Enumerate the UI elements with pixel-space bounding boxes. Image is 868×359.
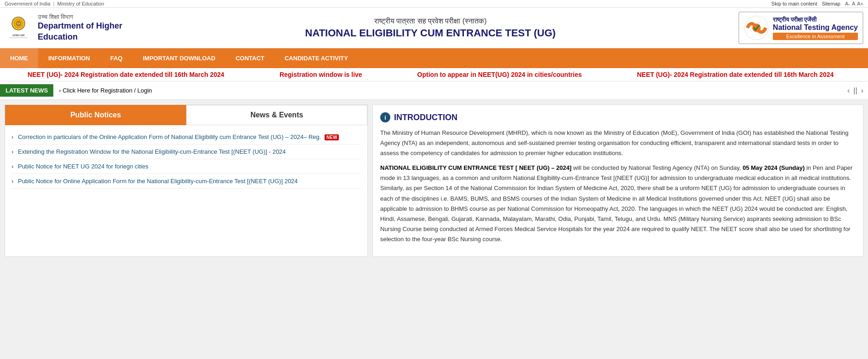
left-panel: Public Notices News & Events Correction …: [5, 104, 368, 257]
nta-logo: राष्ट्रीय परीक्षा एजेंसी National Testin…: [738, 12, 863, 44]
font-size-controls: A- A A+: [845, 1, 863, 6]
nta-logo-icon: [744, 15, 769, 41]
tab-news-events[interactable]: News & Events: [186, 105, 367, 125]
ticker-item-1-dup: NEET (UG)- 2024 Registration date extend…: [609, 71, 861, 78]
nav-important-download[interactable]: IMPORTANT DOWNLOAD: [132, 48, 225, 68]
notice-link-1[interactable]: Correction in particulars of the Online …: [18, 133, 321, 140]
intro-para1: The Ministry of Human Resource Developme…: [380, 128, 856, 158]
ticker-item-2: Registration window is live: [252, 71, 390, 78]
svg-rect-4: [9, 37, 28, 38]
main-nav: HOME INFORMATION FAQ IMPORTANT DOWNLOAD …: [0, 48, 868, 68]
nav-faq[interactable]: FAQ: [100, 48, 133, 68]
dept-name-line2: Education: [38, 32, 122, 42]
font-decrease-button[interactable]: A-: [845, 1, 850, 6]
nav-candidate-activity[interactable]: CANDIDATE ACTIVITY: [274, 48, 358, 68]
latest-news-content: › Click Here for Registration / Login: [59, 87, 847, 94]
nta-eng-text: National Testing Agency: [773, 23, 858, 32]
exam-eng-title: NATIONAL ELIGIBILITY CUM ENTRANCE TEST (…: [122, 27, 738, 39]
notices-list: Correction in particulars of the Online …: [5, 125, 367, 193]
intro-title: INTRODUCTION: [394, 113, 457, 122]
info-icon: i: [380, 112, 390, 122]
top-bar-right: Skip to main content Sitemap A- A A+: [771, 1, 863, 6]
font-increase-button[interactable]: A+: [857, 1, 863, 6]
notice-item-3: Public Notice for NEET UG 2024 for forie…: [11, 159, 361, 174]
top-bar: Government of India | Ministry of Educat…: [0, 0, 868, 8]
svg-text:सत्यमेव जयते: सत्यमेव जयते: [12, 34, 25, 37]
header-center: राष्ट्रीय पात्रता सह प्रवेश परीक्षा (स्न…: [122, 17, 738, 39]
exam-hindi-title: राष्ट्रीय पात्रता सह प्रवेश परीक्षा (स्न…: [122, 17, 738, 25]
govt-emblem-icon: 🦁 सत्यमेव जयते: [5, 14, 32, 42]
skip-to-content-link[interactable]: Skip to main content: [771, 1, 817, 6]
notice-item-4: Public Notice for Online Application For…: [11, 174, 361, 189]
nav-home[interactable]: HOME: [0, 48, 38, 68]
top-bar-left: Government of India | Ministry of Educat…: [5, 1, 104, 6]
divider: |: [53, 1, 55, 6]
ticker-bar: NEET (UG)- 2024 Registration date extend…: [0, 68, 868, 81]
nta-text-block: राष्ट्रीय परीक्षा एजेंसी National Testin…: [773, 16, 858, 40]
svg-text:🦁: 🦁: [16, 21, 22, 27]
new-badge-1: NEW: [325, 134, 339, 140]
tab-public-notices[interactable]: Public Notices: [5, 105, 186, 125]
ticker-item-3: Option to appear in NEET(UG) 2024 in cit…: [390, 71, 610, 78]
news-pause-button[interactable]: ||: [853, 87, 857, 95]
site-header: 🦁 सत्यमेव जयते उच्च शिक्षा विभाग Departm…: [0, 8, 868, 48]
latest-news-text: Click Here for Registration / Login: [63, 87, 152, 94]
nav-information[interactable]: INFORMATION: [38, 48, 100, 68]
ticker-content: NEET (UG)- 2024 Registration date extend…: [0, 71, 868, 78]
intro-date-highlight: 05 May 2024 (Sunday): [742, 164, 805, 171]
latest-news-link[interactable]: › Click Here for Registration / Login: [59, 87, 152, 94]
dept-name-line1: Department of Higher: [38, 21, 122, 31]
notice-link-2[interactable]: Extending the Registration Window for th…: [18, 148, 286, 155]
sitemap-link[interactable]: Sitemap: [822, 1, 840, 6]
header-title-block: उच्च शिक्षा विभाग Department of Higher E…: [38, 13, 122, 42]
latest-news-label: LATEST NEWS: [0, 84, 53, 97]
intro-body: The Ministry of Human Resource Developme…: [380, 128, 856, 244]
gov-india-label: Government of India: [5, 1, 51, 6]
ticker-item-1: NEET (UG)- 2024 Registration date extend…: [0, 71, 252, 78]
intro-neet-highlight: NATIONAL ELIGIBILITY CUM ENTRANCE TEST […: [380, 164, 571, 171]
ticker-item-2-dup: Registration window is live: [861, 71, 868, 78]
panel-tabs: Public Notices News & Events: [5, 105, 367, 125]
header-left: 🦁 सत्यमेव जयते उच्च शिक्षा विभाग Departm…: [5, 13, 122, 42]
intro-panel: i INTRODUCTION The Ministry of Human Res…: [372, 104, 863, 257]
nav-contact[interactable]: CONTACT: [225, 48, 274, 68]
ministry-label: Ministry of Education: [57, 1, 104, 6]
nta-hindi-text: राष्ट्रीय परीक्षा एजेंसी: [773, 16, 858, 23]
intro-header: i INTRODUCTION: [380, 112, 856, 122]
news-next-button[interactable]: ›: [861, 87, 863, 95]
notice-link-3[interactable]: Public Notice for NEET UG 2024 for forie…: [18, 163, 148, 170]
notice-item-2: Extending the Registration Window for th…: [11, 145, 361, 159]
notice-link-4[interactable]: Public Notice for Online Application For…: [18, 178, 298, 185]
news-arrow-icon: ›: [59, 87, 61, 94]
font-normal-button[interactable]: A: [852, 1, 855, 6]
intro-para2: NATIONAL ELIGIBILITY CUM ENTRANCE TEST […: [380, 163, 856, 244]
news-prev-button[interactable]: ‹: [847, 87, 850, 95]
main-content: Public Notices News & Events Correction …: [0, 100, 868, 261]
dept-hindi-label: उच्च शिक्षा विभाग: [38, 13, 122, 21]
header-right: राष्ट्रीय परीक्षा एजेंसी National Testin…: [738, 12, 863, 44]
latest-news-nav: ‹ || ›: [847, 87, 868, 95]
latest-news-bar: LATEST NEWS › Click Here for Registratio…: [0, 81, 868, 100]
nta-excellence-label: Excellence in Assessment: [773, 33, 858, 40]
notice-item-1: Correction in particulars of the Online …: [11, 130, 361, 145]
